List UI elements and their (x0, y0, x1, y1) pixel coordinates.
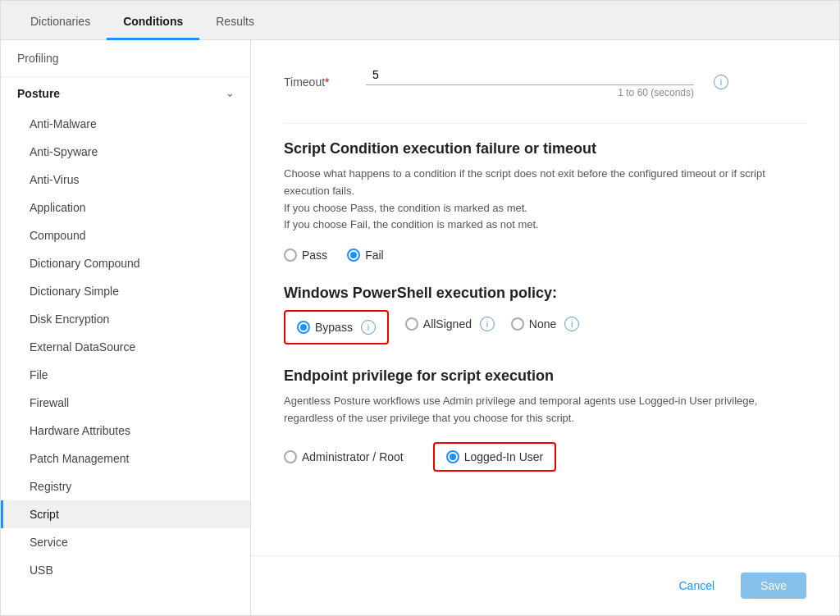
logged-in-user-box: Logged-In User (433, 442, 557, 472)
sidebar-item-hardware-attributes[interactable]: Hardware Attributes (1, 417, 250, 445)
sidebar-item-application[interactable]: Application (1, 194, 250, 221)
body-area: Profiling Posture ⌄ Anti-Malware Anti-Sp… (1, 40, 839, 615)
sidebar-item-disk-encryption[interactable]: Disk Encryption (1, 305, 250, 333)
sidebar-item-file[interactable]: File (1, 361, 250, 389)
radio-logged-in-user-circle (446, 450, 459, 463)
sidebar-item-anti-malware[interactable]: Anti-Malware (1, 110, 250, 138)
sidebar-posture-section: Posture ⌄ Anti-Malware Anti-Spyware Anti… (1, 77, 250, 584)
radio-allsigned-label: AllSigned (423, 317, 472, 331)
sidebar-item-external-datasource[interactable]: External DataSource (1, 333, 250, 361)
radio-bypass-label: Bypass (315, 321, 353, 334)
timeout-hint: 1 to 60 (seconds) (366, 87, 694, 98)
radio-bypass-circle (297, 321, 310, 334)
bypass-info-icon[interactable]: i (361, 320, 376, 335)
none-info-icon[interactable]: i (564, 317, 579, 331)
radio-allsigned-circle (405, 317, 418, 331)
sidebar-profiling[interactable]: Profiling (1, 40, 250, 77)
timeout-input[interactable] (366, 65, 694, 85)
radio-none-circle (511, 317, 524, 331)
sidebar-item-firewall[interactable]: Firewall (1, 389, 250, 417)
sidebar-posture-header[interactable]: Posture ⌄ (1, 77, 250, 110)
sidebar-item-patch-management[interactable]: Patch Management (1, 445, 250, 472)
radio-allsigned-wrap: AllSigned i (405, 317, 495, 331)
radio-none[interactable]: None i (511, 317, 579, 331)
radio-fail[interactable]: Fail (347, 249, 384, 262)
sidebar-item-registry[interactable]: Registry (1, 472, 250, 500)
sidebar-item-compound[interactable]: Compound (1, 221, 250, 249)
timeout-required: * (325, 75, 329, 89)
sidebar-item-dictionary-simple[interactable]: Dictionary Simple (1, 277, 250, 305)
radio-fail-circle (347, 249, 360, 262)
sidebar-item-anti-virus[interactable]: Anti-Virus (1, 166, 250, 194)
sidebar-item-anti-spyware[interactable]: Anti-Spyware (1, 138, 250, 166)
save-button[interactable]: Save (741, 573, 806, 599)
radio-admin-root[interactable]: Administrator / Root (284, 450, 404, 463)
top-tab-bar: Dictionaries Conditions Results (1, 1, 839, 40)
tab-conditions[interactable]: Conditions (107, 5, 199, 40)
main-content: Timeout* 1 to 60 (seconds) i Script Cond… (251, 40, 839, 555)
radio-pass[interactable]: Pass (284, 249, 327, 262)
radio-none-label: None (529, 317, 556, 331)
cancel-button[interactable]: Cancel (662, 573, 731, 599)
script-section-desc: Choose what happens to a condition if th… (284, 166, 806, 234)
logged-in-user-highlighted: Logged-In User (433, 442, 557, 472)
sidebar-item-usb[interactable]: USB (1, 556, 250, 584)
divider-1 (284, 123, 806, 124)
radio-none-wrap: None i (511, 317, 579, 331)
radio-bypass[interactable]: Bypass i (297, 320, 376, 335)
radio-pass-circle (284, 249, 297, 262)
radio-admin-root-circle (284, 450, 297, 463)
timeout-row: Timeout* 1 to 60 (seconds) i (284, 65, 806, 98)
radio-allsigned[interactable]: AllSigned i (405, 317, 495, 331)
endpoint-section-desc: Agentless Posture workflows use Admin pr… (284, 393, 806, 427)
radio-pass-label: Pass (302, 249, 327, 262)
endpoint-section-heading: Endpoint privilege for script execution (284, 367, 806, 385)
powershell-bypass-highlighted: Bypass i (284, 310, 389, 345)
tab-results[interactable]: Results (199, 5, 271, 40)
radio-logged-in-user[interactable]: Logged-In User (446, 450, 544, 463)
sidebar-posture-label: Posture (17, 87, 60, 100)
tab-dictionaries[interactable]: Dictionaries (14, 5, 107, 40)
timeout-input-wrap: 1 to 60 (seconds) (366, 65, 694, 98)
sidebar: Profiling Posture ⌄ Anti-Malware Anti-Sp… (1, 40, 251, 615)
chevron-down-icon: ⌄ (226, 88, 234, 99)
timeout-info-icon[interactable]: i (714, 75, 728, 89)
powershell-radio-row: Bypass i AllSigned i (284, 310, 806, 345)
script-failure-radio-group: Pass Fail (284, 249, 806, 262)
timeout-label: Timeout* (284, 75, 349, 89)
bottom-bar: Cancel Save (251, 555, 839, 615)
radio-admin-root-label: Administrator / Root (302, 450, 404, 463)
endpoint-radio-row: Administrator / Root Logged-In User (284, 442, 806, 472)
radio-fail-label: Fail (365, 249, 384, 262)
sidebar-item-script[interactable]: Script (1, 500, 250, 528)
radio-logged-in-user-label: Logged-In User (464, 450, 544, 463)
allsigned-info-icon[interactable]: i (480, 317, 495, 331)
sidebar-item-dictionary-compound[interactable]: Dictionary Compound (1, 249, 250, 277)
powershell-section-heading: Windows PowerShell execution policy: (284, 285, 806, 302)
script-section-heading: Script Condition execution failure or ti… (284, 140, 806, 157)
sidebar-item-service[interactable]: Service (1, 528, 250, 556)
